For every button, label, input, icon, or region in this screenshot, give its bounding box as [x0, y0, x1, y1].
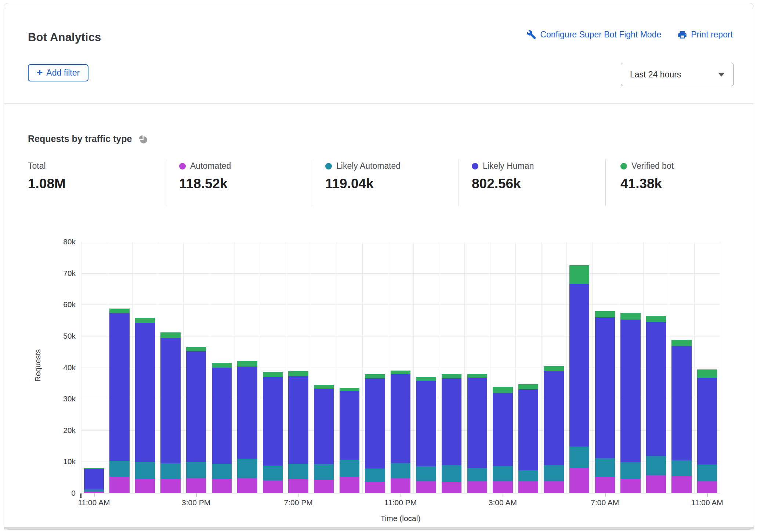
bar-segment-likely-human[interactable]	[493, 393, 512, 466]
bar-segment-automated[interactable]	[646, 475, 666, 493]
stacked-bar[interactable]	[135, 242, 155, 493]
bar-segment-verified-bot[interactable]	[340, 388, 359, 391]
bar-segment-automated[interactable]	[416, 481, 436, 493]
bar-segment-automated[interactable]	[314, 480, 334, 493]
bar-segment-automated[interactable]	[569, 468, 589, 493]
stacked-bar[interactable]	[186, 242, 206, 493]
bar-segment-likely-human[interactable]	[442, 378, 461, 465]
bar-segment-likely-automated[interactable]	[365, 469, 385, 482]
bar-segment-automated[interactable]	[340, 477, 359, 493]
bar-segment-automated[interactable]	[160, 479, 180, 493]
bar-segment-likely-human[interactable]	[671, 346, 691, 460]
bar-segment-verified-bot[interactable]	[212, 363, 232, 368]
bar-segment-likely-human[interactable]	[697, 378, 717, 464]
bar-segment-likely-human[interactable]	[288, 376, 308, 464]
bar-segment-likely-human[interactable]	[391, 374, 410, 463]
bar-segment-likely-human[interactable]	[263, 377, 283, 466]
bar-segment-automated[interactable]	[109, 477, 129, 493]
bar-segment-likely-automated[interactable]	[263, 466, 283, 480]
bar-segment-likely-human[interactable]	[620, 320, 640, 462]
configure-super-bot-fight-mode-link[interactable]: Configure Super Bot Fight Mode	[526, 30, 661, 40]
bar-segment-verified-bot[interactable]	[646, 316, 666, 322]
print-report-link[interactable]: Print report	[677, 30, 733, 40]
stacked-bar[interactable]	[493, 242, 512, 493]
bar-segment-automated[interactable]	[442, 482, 461, 493]
bar-segment-likely-human[interactable]	[135, 323, 155, 462]
bar-segment-likely-automated[interactable]	[391, 463, 410, 478]
bar-segment-verified-bot[interactable]	[569, 265, 589, 284]
bar-segment-likely-automated[interactable]	[442, 465, 461, 482]
bar-segment-verified-bot[interactable]	[544, 366, 564, 371]
bar-segment-likely-human[interactable]	[314, 389, 334, 464]
bar-segment-automated[interactable]	[365, 482, 385, 493]
stacked-bar[interactable]	[288, 242, 308, 493]
bar-segment-likely-automated[interactable]	[671, 460, 691, 476]
stacked-bar[interactable]	[237, 242, 257, 493]
bar-segment-verified-bot[interactable]	[160, 332, 180, 338]
bar-segment-automated[interactable]	[697, 481, 717, 493]
bar-segment-automated[interactable]	[493, 481, 512, 493]
stacked-bar[interactable]	[365, 242, 385, 493]
stacked-bar[interactable]	[442, 242, 461, 493]
bar-segment-likely-human[interactable]	[340, 391, 359, 460]
stacked-bar[interactable]	[646, 242, 666, 493]
stacked-bar[interactable]	[340, 242, 359, 493]
stacked-bar[interactable]	[518, 242, 538, 493]
bar-segment-verified-bot[interactable]	[518, 384, 538, 389]
bar-segment-verified-bot[interactable]	[697, 369, 717, 378]
bar-segment-likely-human[interactable]	[109, 313, 129, 461]
bar-segment-likely-automated[interactable]	[493, 466, 512, 481]
stacked-bar[interactable]	[544, 242, 564, 493]
bar-segment-likely-automated[interactable]	[544, 465, 564, 481]
bar-segment-likely-automated[interactable]	[467, 468, 487, 481]
bar-segment-verified-bot[interactable]	[237, 361, 257, 367]
stacked-bar[interactable]	[697, 242, 717, 493]
bar-segment-likely-automated[interactable]	[518, 470, 538, 481]
bar-segment-likely-automated[interactable]	[646, 456, 666, 475]
bar-segment-verified-bot[interactable]	[391, 371, 410, 374]
bar-segment-verified-bot[interactable]	[467, 374, 487, 378]
bar-segment-likely-human[interactable]	[569, 284, 589, 447]
bar-segment-verified-bot[interactable]	[671, 340, 691, 346]
bar-segment-likely-human[interactable]	[467, 378, 487, 468]
stacked-bar[interactable]	[391, 242, 410, 493]
bar-segment-automated[interactable]	[263, 480, 283, 493]
bar-segment-likely-automated[interactable]	[569, 447, 589, 468]
bar-segment-verified-bot[interactable]	[365, 374, 385, 378]
bar-segment-likely-human[interactable]	[518, 389, 538, 471]
bar-segment-likely-automated[interactable]	[237, 459, 257, 478]
bar-segment-verified-bot[interactable]	[288, 371, 308, 376]
bar-segment-automated[interactable]	[671, 476, 691, 493]
bar-segment-likely-human[interactable]	[646, 322, 666, 456]
bar-segment-likely-automated[interactable]	[697, 464, 717, 481]
bar-segment-verified-bot[interactable]	[135, 318, 155, 323]
bar-segment-automated[interactable]	[595, 477, 615, 493]
stacked-bar[interactable]	[212, 242, 232, 493]
stacked-bar[interactable]	[620, 242, 640, 493]
bar-segment-verified-bot[interactable]	[442, 374, 461, 378]
bar-segment-automated[interactable]	[467, 481, 487, 493]
bar-segment-likely-human[interactable]	[595, 317, 615, 458]
bar-segment-likely-human[interactable]	[544, 371, 564, 465]
stacked-bar[interactable]	[569, 242, 589, 493]
stacked-bar[interactable]	[263, 242, 283, 493]
stacked-bar[interactable]	[160, 242, 180, 493]
stacked-bar[interactable]	[671, 242, 691, 493]
bar-segment-verified-bot[interactable]	[314, 385, 334, 389]
time-range-select[interactable]: Last 24 hours	[621, 63, 734, 86]
bar-segment-likely-automated[interactable]	[620, 462, 640, 479]
bar-segment-likely-human[interactable]	[416, 381, 436, 466]
bar-segment-verified-bot[interactable]	[186, 347, 206, 351]
bar-segment-likely-human[interactable]	[212, 368, 232, 464]
bar-segment-likely-automated[interactable]	[160, 463, 180, 479]
bar-segment-automated[interactable]	[212, 479, 232, 493]
stacked-bar[interactable]	[109, 242, 129, 493]
bar-segment-automated[interactable]	[237, 478, 257, 493]
bar-segment-likely-automated[interactable]	[595, 458, 615, 477]
stacked-bar[interactable]	[595, 242, 615, 493]
bar-segment-verified-bot[interactable]	[263, 372, 283, 377]
add-filter-button[interactable]: + Add filter	[28, 64, 88, 81]
bar-segment-likely-automated[interactable]	[314, 464, 334, 480]
bar-segment-likely-human[interactable]	[365, 378, 385, 469]
bar-segment-likely-human[interactable]	[160, 338, 180, 463]
